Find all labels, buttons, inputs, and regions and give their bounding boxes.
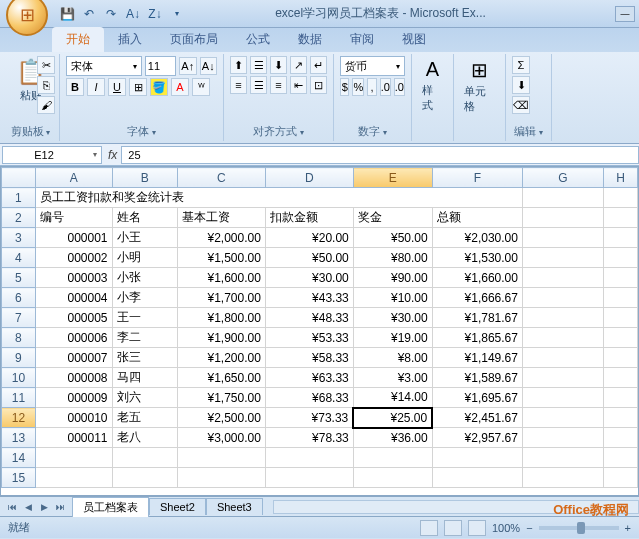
row-header-12[interactable]: 12 [2,408,36,428]
orientation-icon[interactable]: ↗ [290,56,307,74]
cell-E3[interactable]: ¥50.00 [353,228,432,248]
cell-F7[interactable]: ¥1,781.67 [432,308,522,328]
row-header-8[interactable]: 8 [2,328,36,348]
cell-C4[interactable]: ¥1,500.00 [177,248,265,268]
cell-F6[interactable]: ¥1,666.67 [432,288,522,308]
fx-icon[interactable]: fx [104,148,121,162]
sheet-tab-3[interactable]: Sheet3 [206,498,263,515]
align-right-icon[interactable]: ≡ [270,76,287,94]
comma-icon[interactable]: , [367,78,376,96]
tab-view[interactable]: 视图 [388,27,440,52]
cell-A8[interactable]: 000006 [35,328,112,348]
cell-E4[interactable]: ¥80.00 [353,248,432,268]
save-icon[interactable]: 💾 [58,5,76,23]
cell-D13[interactable]: ¥78.33 [265,428,353,448]
cell-E8[interactable]: ¥19.00 [353,328,432,348]
cell-A3[interactable]: 000001 [35,228,112,248]
cell-E9[interactable]: ¥8.00 [353,348,432,368]
cell-C7[interactable]: ¥1,800.00 [177,308,265,328]
row-header-14[interactable]: 14 [2,448,36,468]
cell-B5[interactable]: 小张 [112,268,177,288]
clear-icon[interactable]: ⌫ [512,96,530,114]
name-box[interactable]: E12 [2,146,102,164]
fill-icon[interactable]: ⬇ [512,76,530,94]
cell-D11[interactable]: ¥68.33 [265,388,353,408]
cell-D10[interactable]: ¥63.33 [265,368,353,388]
cell-C8[interactable]: ¥1,900.00 [177,328,265,348]
cell-B11[interactable]: 刘六 [112,388,177,408]
cell-B10[interactable]: 马四 [112,368,177,388]
row-header-2[interactable]: 2 [2,208,36,228]
phonetic-button[interactable]: ᵂ [192,78,210,96]
zoom-in-icon[interactable]: + [625,522,631,534]
font-name-select[interactable]: 宋体▾ [66,56,142,76]
cell-F8[interactable]: ¥1,865.67 [432,328,522,348]
tab-review[interactable]: 审阅 [336,27,388,52]
cell-A10[interactable]: 000008 [35,368,112,388]
cell-A9[interactable]: 000007 [35,348,112,368]
cell-D3[interactable]: ¥20.00 [265,228,353,248]
row-header-13[interactable]: 13 [2,428,36,448]
cell-F12[interactable]: ¥2,451.67 [432,408,522,428]
number-format-select[interactable]: 货币▾ [340,56,405,76]
cell-A4[interactable]: 000002 [35,248,112,268]
merge-icon[interactable]: ⊡ [310,76,327,94]
align-bottom-icon[interactable]: ⬇ [270,56,287,74]
row-header-1[interactable]: 1 [2,188,36,208]
col-header-G[interactable]: G [522,168,603,188]
align-middle-icon[interactable]: ☰ [250,56,267,74]
view-layout-icon[interactable] [444,520,462,536]
styles-button[interactable]: A 样式 [418,56,447,115]
sheet-tab-1[interactable]: 员工档案表 [72,497,149,517]
table-header[interactable]: 编号 [35,208,112,228]
italic-button[interactable]: I [87,78,105,96]
col-header-D[interactable]: D [265,168,353,188]
sheet-tab-2[interactable]: Sheet2 [149,498,206,515]
cell-B4[interactable]: 小明 [112,248,177,268]
row-header-15[interactable]: 15 [2,468,36,488]
cell-A6[interactable]: 000004 [35,288,112,308]
cell-F4[interactable]: ¥1,530.00 [432,248,522,268]
cell-F11[interactable]: ¥1,695.67 [432,388,522,408]
format-painter-icon[interactable]: 🖌 [37,96,55,114]
row-header-5[interactable]: 5 [2,268,36,288]
font-size-select[interactable]: 11 [145,56,176,76]
col-header-B[interactable]: B [112,168,177,188]
table-header[interactable]: 姓名 [112,208,177,228]
tab-insert[interactable]: 插入 [104,27,156,52]
first-sheet-icon[interactable]: ⏮ [4,502,20,512]
font-color-button[interactable]: A [171,78,189,96]
table-header[interactable]: 扣款金额 [265,208,353,228]
row-header-11[interactable]: 11 [2,388,36,408]
cell-D6[interactable]: ¥43.33 [265,288,353,308]
minimize-button[interactable]: — [615,6,635,22]
cell-B6[interactable]: 小李 [112,288,177,308]
cell-C9[interactable]: ¥1,200.00 [177,348,265,368]
cell-B13[interactable]: 老八 [112,428,177,448]
cell-F9[interactable]: ¥1,149.67 [432,348,522,368]
cell-E10[interactable]: ¥3.00 [353,368,432,388]
row-header-6[interactable]: 6 [2,288,36,308]
col-header-C[interactable]: C [177,168,265,188]
cell-E11[interactable]: ¥14.00 [353,388,432,408]
cell-A13[interactable]: 000011 [35,428,112,448]
cell-E5[interactable]: ¥90.00 [353,268,432,288]
cell-D8[interactable]: ¥53.33 [265,328,353,348]
sort-asc-icon[interactable]: A↓ [124,5,142,23]
table-title[interactable]: 员工工资扣款和奖金统计表 [35,188,522,208]
tab-data[interactable]: 数据 [284,27,336,52]
view-normal-icon[interactable] [420,520,438,536]
cell-E7[interactable]: ¥30.00 [353,308,432,328]
cut-icon[interactable]: ✂ [37,56,55,74]
fill-color-button[interactable]: 🪣 [150,78,168,96]
prev-sheet-icon[interactable]: ◀ [20,502,36,512]
col-header-A[interactable]: A [35,168,112,188]
col-header-H[interactable]: H [604,168,638,188]
copy-icon[interactable]: ⎘ [37,76,55,94]
cell-F13[interactable]: ¥2,957.67 [432,428,522,448]
cell-C10[interactable]: ¥1,650.00 [177,368,265,388]
cell-C3[interactable]: ¥2,000.00 [177,228,265,248]
bold-button[interactable]: B [66,78,84,96]
border-button[interactable]: ⊞ [129,78,147,96]
row-header-10[interactable]: 10 [2,368,36,388]
